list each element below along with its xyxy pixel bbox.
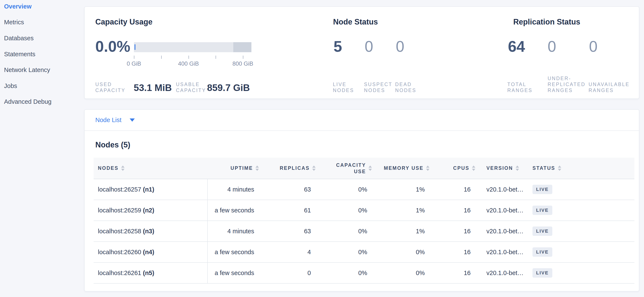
unavailable-label: UNAVAILABLERANGES: [588, 81, 630, 93]
sidebar-item-statements[interactable]: Statements: [0, 46, 84, 62]
memory-use-cell: 0%: [374, 242, 431, 263]
memory-use-cell: 1%: [374, 221, 431, 242]
uptime-cell: a few seconds: [208, 242, 260, 263]
cpus-cell: 16: [431, 263, 477, 283]
usable-capacity-label: USABLE CAPACITY: [176, 81, 206, 93]
status-badge: LIVE: [532, 268, 552, 278]
cluster-overview-card: Capacity Usage 0.0% 0 GiB 400 GiB 800 Gi…: [84, 6, 639, 99]
replication-labels: TOTALRANGES UNDER-REPLICATEDRANGES UNAVA…: [507, 75, 630, 93]
node-address-cell[interactable]: localhost:26259 (n2): [94, 200, 208, 221]
status-cell: LIVE: [524, 179, 634, 200]
capacity-use-cell: 0%: [317, 221, 374, 242]
replication-numbers: 64 0 0: [508, 39, 598, 54]
total-ranges-count: 64: [508, 39, 548, 54]
axis-label-800: 800 GiB: [232, 60, 253, 67]
replicas-cell: 61: [260, 200, 317, 221]
capacity-bar: 0 GiB 400 GiB 800 GiB: [134, 42, 252, 67]
axis-label-400: 400 GiB: [178, 60, 199, 67]
column-header-nodes[interactable]: NODES: [94, 158, 208, 179]
sidebar: Overview Metrics Databases Statements Ne…: [0, 0, 84, 297]
status-cell: LIVE: [524, 263, 634, 283]
memory-use-cell: 1%: [374, 200, 431, 221]
capacity-bar-used-marker: [134, 44, 136, 50]
cpus-cell: 16: [431, 221, 477, 242]
column-header-uptime[interactable]: UPTIME: [208, 158, 260, 179]
table-row: localhost:26259 (n2) a few seconds 61 0%…: [94, 200, 634, 221]
capacity-use-cell: 0%: [317, 263, 374, 283]
version-cell: v20.1.0-bet…: [477, 179, 524, 200]
uptime-cell: a few seconds: [208, 200, 260, 221]
status-cell: LIVE: [524, 221, 634, 242]
live-nodes-label: LIVENODES: [333, 81, 364, 93]
capacity-use-cell: 0%: [317, 200, 374, 221]
capacity-usage-title: Capacity Usage: [95, 17, 152, 26]
column-header-status[interactable]: STATUS: [524, 158, 634, 179]
table-row: localhost:26257 (n1) 4 minutes 63 0% 1% …: [94, 179, 634, 200]
column-header-version[interactable]: VERSION: [477, 158, 524, 179]
node-status-numbers: 5 0 0: [334, 39, 404, 54]
total-ranges-label: TOTALRANGES: [507, 81, 548, 93]
sidebar-item-network-latency[interactable]: Network Latency: [0, 62, 84, 78]
dead-nodes-label: DEADNODES: [395, 81, 416, 93]
node-status-labels: LIVENODES SUSPECTNODES DEADNODES: [333, 81, 416, 93]
capacity-bar-track: [134, 42, 252, 52]
node-list-card: Node List Nodes (5) NODES UPTIME R: [84, 109, 639, 292]
chevron-down-icon: [130, 118, 135, 122]
memory-use-cell: 0%: [374, 263, 431, 283]
nodes-table: NODES UPTIME REPLICAS CAPACITY USE MEMOR…: [94, 158, 634, 284]
replicas-cell: 63: [260, 221, 317, 242]
version-cell: v20.1.0-bet…: [477, 242, 524, 263]
status-cell: LIVE: [524, 200, 634, 221]
version-cell: v20.1.0-bet…: [477, 221, 524, 242]
cpus-cell: 16: [431, 242, 477, 263]
node-address-cell[interactable]: localhost:26260 (n4): [94, 242, 208, 263]
replication-status-title: Replication Status: [513, 17, 580, 26]
node-address-cell[interactable]: localhost:26257 (n1): [94, 179, 208, 200]
sidebar-item-metrics[interactable]: Metrics: [0, 14, 84, 30]
under-replicated-count: 0: [548, 39, 589, 54]
sort-icon: [312, 166, 316, 171]
sidebar-item-databases[interactable]: Databases: [0, 30, 84, 46]
status-cell: LIVE: [524, 242, 634, 263]
node-list-dropdown[interactable]: Node List: [95, 117, 135, 124]
status-badge: LIVE: [532, 247, 552, 257]
column-header-cpus[interactable]: CPUS: [431, 158, 477, 179]
capacity-used-percent: 0.0%: [95, 39, 130, 54]
sort-icon: [472, 166, 475, 171]
unavailable-count: 0: [589, 39, 598, 54]
used-capacity-label: USED CAPACITY: [95, 81, 126, 93]
capacity-bar-ticks: [134, 56, 252, 59]
nodes-count-heading: Nodes (5): [95, 140, 130, 149]
used-capacity-value: 53.1 MiB: [134, 83, 172, 92]
column-header-capacity-use[interactable]: CAPACITY USE: [317, 158, 374, 179]
sort-icon: [426, 166, 430, 171]
under-replicated-label: UNDER-REPLICATEDRANGES: [548, 75, 588, 93]
live-nodes-count: 5: [334, 39, 365, 54]
replicas-cell: 0: [260, 263, 317, 283]
usable-capacity-value: 859.7 GiB: [207, 83, 250, 92]
column-header-memory-use[interactable]: MEMORY USE: [374, 158, 431, 179]
capacity-bar-axis: 0 GiB 400 GiB 800 GiB: [134, 60, 252, 67]
memory-use-cell: 1%: [374, 179, 431, 200]
sidebar-item-advanced-debug[interactable]: Advanced Debug: [0, 94, 84, 110]
cpus-cell: 16: [431, 200, 477, 221]
table-row: localhost:26260 (n4) a few seconds 4 0% …: [94, 242, 634, 263]
uptime-cell: a few seconds: [208, 263, 260, 283]
sidebar-item-overview[interactable]: Overview: [0, 0, 84, 14]
cpus-cell: 16: [431, 179, 477, 200]
suspect-nodes-label: SUSPECTNODES: [364, 81, 395, 93]
sidebar-item-jobs[interactable]: Jobs: [0, 78, 84, 94]
node-status-title: Node Status: [333, 17, 378, 26]
sort-icon: [558, 166, 561, 171]
node-address-cell[interactable]: localhost:26261 (n5): [94, 263, 208, 283]
node-address-cell[interactable]: localhost:26258 (n3): [94, 221, 208, 242]
replicas-cell: 63: [260, 179, 317, 200]
node-list-dropdown-label: Node List: [95, 117, 122, 124]
capacity-use-cell: 0%: [317, 242, 374, 263]
column-header-replicas[interactable]: REPLICAS: [260, 158, 317, 179]
status-badge: LIVE: [532, 185, 552, 194]
dead-nodes-count: 0: [396, 39, 404, 54]
sidebar-nav: Overview Metrics Databases Statements Ne…: [0, 0, 84, 110]
uptime-cell: 4 minutes: [208, 179, 260, 200]
replicas-cell: 4: [260, 242, 317, 263]
